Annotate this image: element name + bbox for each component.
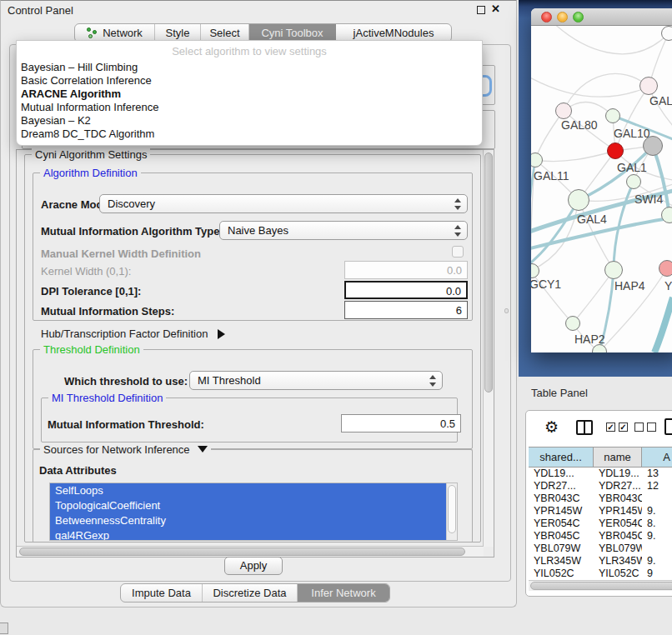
gear-icon[interactable]: ⚙ — [544, 418, 559, 437]
column-header-name[interactable]: name — [594, 448, 642, 467]
manual-kernel-checkbox[interactable] — [452, 246, 464, 258]
list-item[interactable]: gal4RGexp — [50, 528, 447, 541]
network-node[interactable] — [626, 174, 641, 189]
combo-spinner-icon — [429, 375, 436, 387]
node-label: SWI4 — [634, 192, 663, 206]
algorithm-option[interactable]: Bayesian – K2 — [17, 114, 482, 128]
table-row[interactable]: YDL19... YDL19... 13 — [529, 468, 672, 480]
which-threshold-combo[interactable]: MI Threshold — [189, 371, 443, 390]
tab-network[interactable]: Network — [75, 24, 155, 42]
table-row[interactable]: YPR145W YPR145W 9. — [529, 505, 672, 518]
sources-toggle[interactable]: Sources for Network Inference — [40, 443, 211, 456]
mi-steps-field[interactable]: 6 — [344, 301, 468, 319]
node-label: GAL11 — [534, 169, 569, 182]
tab-select[interactable]: Select — [201, 24, 249, 42]
tab-discretize-data[interactable]: Discretize Data — [203, 584, 298, 602]
table-row[interactable]: YBR045C YBR045C 9. — [529, 530, 672, 542]
checked-checkbox-icon[interactable]: ✓ — [606, 422, 615, 432]
table-horizontal-scrollbar[interactable] — [529, 580, 672, 591]
network-node[interactable] — [555, 102, 572, 119]
attributes-scrollbar[interactable] — [446, 483, 457, 540]
column-header-partial[interactable]: A — [642, 448, 672, 467]
cell: YPR145W — [594, 505, 642, 518]
float-window-icon[interactable] — [477, 6, 485, 14]
network-node[interactable] — [565, 316, 580, 331]
tab-infer-network[interactable]: Infer Network — [298, 584, 389, 602]
panel-divider-handle[interactable] — [504, 308, 509, 313]
mi-threshold-field[interactable]: 0.5 — [341, 414, 461, 432]
cell: YLR345W — [594, 555, 642, 568]
column-header-shared-name[interactable]: shared... — [529, 448, 594, 467]
network-node[interactable] — [639, 77, 658, 95]
tab-jactivemnodules[interactable]: jActiveMNodules — [336, 24, 451, 42]
hub-definition-label: Hub/Transcription Factor Definition — [41, 328, 208, 340]
which-threshold-label: Which threshold to use: — [64, 375, 188, 388]
algorithm-option[interactable]: Basic Correlation Inference — [17, 74, 482, 88]
network-window-titlebar[interactable] — [531, 8, 672, 26]
control-panel-window: Control Panel ✕ Network Style Select Cyn… — [0, 0, 517, 608]
panel-corner-icon[interactable] — [0, 622, 8, 634]
table-row[interactable]: YBR043C YBR043C — [529, 492, 672, 505]
algorithm-option[interactable]: Dream8 DC_TDC Algorithm — [17, 128, 482, 141]
apply-button[interactable]: Apply — [224, 557, 283, 575]
bottom-tab-strip: Impute Data Discretize Data Infer Networ… — [120, 583, 390, 602]
unchecked-checkbox-icon[interactable] — [647, 422, 656, 432]
tab-jactivemnodules-label: jActiveMNodules — [354, 27, 434, 39]
data-attributes-list: SelfLoops TopologicalCoefficient Between… — [49, 482, 458, 541]
network-canvas[interactable]: GAL GAL80 GAL10 GAL1 GAL11 SWI4 GAL4 GCY… — [531, 26, 672, 352]
page-icon[interactable] — [664, 418, 672, 435]
settings-vertical-scrollbar[interactable] — [483, 150, 494, 547]
tab-select-label: Select — [209, 27, 239, 39]
aracne-mode-combo[interactable]: Discovery — [99, 194, 468, 213]
unchecked-checkbox-icon[interactable] — [634, 422, 644, 432]
cell: 13 — [642, 468, 672, 480]
tab-cyni-toolbox[interactable]: Cyni Toolbox — [249, 24, 336, 42]
hub-definition-toggle[interactable]: Hub/Transcription Factor Definition — [41, 328, 225, 340]
split-columns-icon[interactable] — [576, 420, 593, 435]
algorithm-option[interactable]: Mutual Information Inference — [17, 101, 482, 114]
close-icon[interactable]: ✕ — [491, 2, 500, 15]
table-row[interactable]: YER054C YER054C 8. — [529, 518, 672, 530]
checked-checkbox-icon[interactable]: ✓ — [619, 422, 628, 432]
zoom-traffic-light-icon[interactable] — [573, 12, 584, 22]
mi-type-combo[interactable]: Naive Bayes — [219, 221, 468, 240]
dpi-tolerance-field[interactable]: 0.0 — [344, 281, 468, 299]
mi-steps-label: Mutual Information Steps: — [41, 305, 174, 318]
table-row[interactable]: YIL052C YIL052C 9 — [529, 568, 672, 579]
cell: 12 — [642, 480, 672, 492]
sources-title: Sources for Network Inference — [43, 443, 190, 456]
list-item[interactable]: SelfLoops — [50, 483, 447, 498]
combo-spinner-icon — [454, 198, 461, 210]
algorithm-option[interactable]: Bayesian – Hill Climbing — [17, 61, 482, 74]
cell: YBR043C — [594, 492, 642, 505]
tab-impute-data[interactable]: Impute Data — [121, 584, 203, 602]
cell: 9. — [642, 505, 672, 518]
close-traffic-light-icon[interactable] — [541, 12, 552, 22]
algorithm-option-selected[interactable]: ARACNE Algorithm — [17, 88, 482, 101]
list-item[interactable]: TopologicalCoefficient — [50, 498, 447, 513]
tab-style-label: Style — [166, 27, 190, 39]
table-row[interactable]: YBL079W YBL079W — [529, 542, 672, 555]
network-node-selected[interactable] — [607, 142, 624, 159]
tab-discretize-data-label: Discretize Data — [213, 587, 286, 599]
which-threshold-value: MI Threshold — [198, 374, 261, 387]
network-node[interactable] — [661, 207, 672, 223]
tab-style[interactable]: Style — [155, 24, 201, 42]
cell: YBL079W — [529, 542, 594, 555]
cell: YER054C — [529, 518, 594, 530]
table-row[interactable]: YDR27... YDR27... 12 — [529, 480, 672, 492]
combo-spinner-icon — [454, 225, 461, 237]
kernel-width-field[interactable]: 0.0 — [344, 261, 468, 279]
network-node[interactable] — [604, 261, 623, 279]
mi-type-value: Naive Bayes — [228, 224, 288, 237]
table-row[interactable]: YLR345W YLR345W 9. — [529, 555, 672, 568]
network-node[interactable] — [605, 108, 620, 123]
network-node[interactable] — [661, 26, 672, 41]
settings-horizontal-scrollbar[interactable] — [17, 546, 484, 557]
list-item[interactable]: BetweennessCentrality — [50, 513, 447, 528]
network-node[interactable] — [659, 260, 672, 277]
network-node[interactable] — [568, 189, 589, 211]
node-label: GAL — [649, 94, 672, 108]
node-label: GAL80 — [561, 118, 598, 132]
minimize-traffic-light-icon[interactable] — [557, 12, 568, 22]
